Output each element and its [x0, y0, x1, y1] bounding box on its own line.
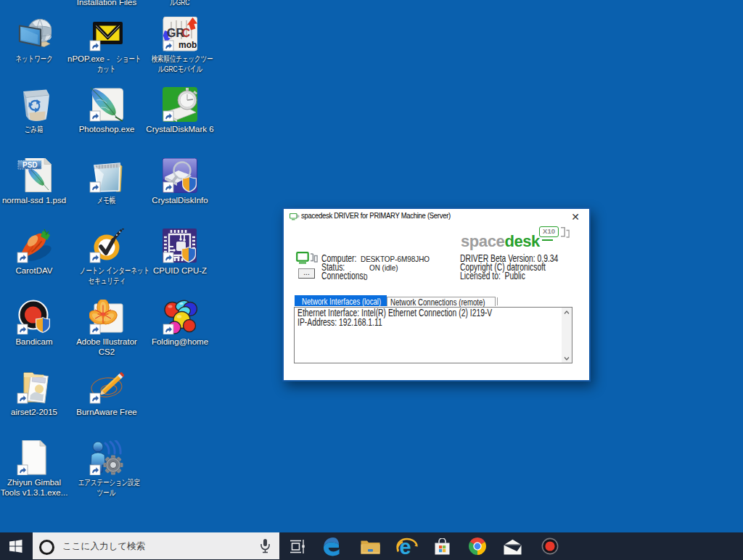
svg-text:PSD: PSD — [22, 161, 38, 169]
svg-text:mob: mob — [178, 40, 197, 50]
svg-text:e: e — [400, 537, 411, 556]
svg-text:C: C — [182, 27, 191, 39]
